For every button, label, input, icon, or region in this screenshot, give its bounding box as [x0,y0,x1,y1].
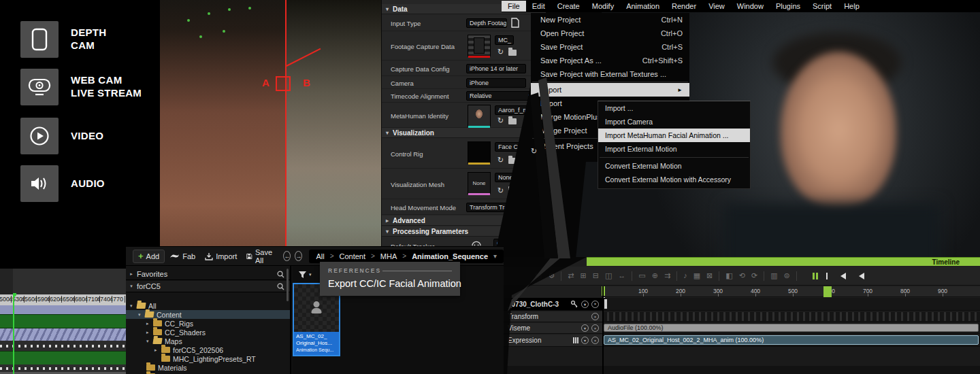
search-icon[interactable] [277,271,284,278]
menubar-render[interactable]: Render [666,1,702,12]
menubar-file[interactable]: File [502,1,526,12]
expression-clip[interactable]: AS_MC_02_Original_Host_002_2_MHA_anim (1… [604,335,979,345]
add-button[interactable]: + Add [133,250,165,263]
favorites-header[interactable]: ▸ Favorites [126,269,290,280]
filter-control[interactable]: ▾ [298,271,312,279]
speed-icon[interactable]: ⟳ [751,272,757,279]
control-rig-thumbnail[interactable] [468,141,491,163]
menubar-plugins[interactable]: Plugins [770,1,806,12]
menu-item-open-project[interactable]: Open Project Ctrl+O [531,27,689,40]
timeline-tab[interactable]: Timeline [932,258,960,266]
fab-button[interactable]: Fab [165,250,200,263]
add-key-icon[interactable]: ⊕ [652,272,658,279]
collection-header[interactable]: ▾ forCC5 [126,281,290,292]
menu-item-new-project[interactable]: New Project Ctrl+N [531,13,689,27]
back-button[interactable]: ← [283,251,291,261]
reset-icon[interactable]: ↻ [497,156,504,164]
save-all-button[interactable]: Save All [242,250,279,263]
breadcrumb[interactable]: All > Content > MHA > Animation_Sequence… [309,250,504,263]
circle-close-icon[interactable]: × [591,324,599,332]
camera-value[interactable]: iPhone [466,78,526,88]
section-visualization[interactable]: ▾ Visualization [382,128,553,138]
control-rig-select[interactable]: Face Con ▾ [495,142,533,152]
footage-thumbnail[interactable] [468,35,491,56]
remove-clip-icon[interactable]: ⊟ [593,272,599,279]
mesh-value[interactable]: None [495,173,533,182]
track-lane-cloth[interactable] [603,298,980,311]
playhead-marker[interactable] [823,286,832,297]
menubar-animation[interactable]: Animation [620,1,666,12]
menu-item-save-project[interactable]: Save Project Ctrl+S [531,40,689,54]
head-movement-select[interactable]: Transform Track ▾ [466,203,538,212]
reset-icon[interactable]: ↻ [497,48,504,56]
timeline-ruler[interactable]: 100 200 300 400 500 600 700 800 900 [603,286,980,297]
audio-track-icon[interactable]: ♪ [683,272,687,279]
menubar-script[interactable]: Script [806,1,838,12]
clip-sliver[interactable] [604,299,607,309]
expander-icon[interactable]: ▸ [146,330,153,335]
section-advanced[interactable]: ▸ Advanced [382,216,553,226]
clip-range-icon[interactable]: ▭ [638,272,645,279]
capture-config-value[interactable]: iPhone 14 or later [466,64,526,73]
sample-icon[interactable]: ▦ [693,272,700,279]
menubar-edit[interactable]: Edit [526,1,551,12]
export-range-icon[interactable]: ⊜ [784,272,790,279]
menubar-create[interactable]: Create [551,1,586,12]
split-clip-icon[interactable]: ◫ [605,272,612,279]
skip-start-icon[interactable] [840,273,846,279]
tree-item-content[interactable]: ▾ Content [126,310,291,319]
reset-icon[interactable]: ↻ [497,117,504,124]
circle-close-icon[interactable]: × [591,337,599,344]
browse-folder-icon[interactable] [508,50,517,56]
track-lane-viseme[interactable]: AudioFile (100.00%) [603,323,980,334]
transition-icon[interactable]: ⇉ [664,272,670,279]
track-header-cloth[interactable]: _0730_ClothC-3 ▾ × [504,298,603,311]
identity-thumbnail[interactable] [468,105,491,126]
mirror-icon[interactable]: ◧ [725,272,732,279]
browse-folder-icon[interactable] [508,118,517,124]
section-processing-parameters[interactable]: ▾ Processing Parameters [382,226,553,237]
search-icon[interactable] [277,283,284,290]
tree-scrollbar[interactable] [287,269,289,301]
menu-item-save-with-external-textures[interactable]: Save Project with External Textures ... [531,67,689,81]
submenu-item-convert-external-motion-with-accessory[interactable]: Convert External Motion with Accessory [598,173,750,186]
zoom-fit-icon[interactable]: ▥ [770,272,777,279]
sidebar-item-depth-cam[interactable]: DEPTHCAM [20,20,157,58]
menubar-modify[interactable]: Modify [586,1,620,12]
playhead-line[interactable] [13,293,14,374]
menubar-help[interactable]: Help [838,1,866,12]
chevron-down-icon[interactable]: ▾ [493,252,497,260]
track-header-expression[interactable]: Expression ▾ × [504,335,603,347]
submenu-item-import[interactable]: Import ... [598,101,750,115]
submenu-item-convert-external-motion[interactable]: Convert External Motion [598,159,750,173]
expander-icon[interactable]: ▸ [146,321,153,326]
track-settings-icon[interactable]: ⚙ [548,272,555,279]
timecode-alignment-select[interactable]: Relative ▾ [466,91,534,101]
skip-start-icon[interactable] [826,273,828,279]
circle-close-icon[interactable]: × [591,301,599,308]
menubar-view[interactable]: View [702,1,731,12]
add-clip-icon[interactable]: ⊞ [581,272,587,279]
menu-item-save-project-as[interactable]: Save Project As ... Ctrl+Shift+S [531,54,689,67]
import-button[interactable]: Import [200,250,242,263]
track-lane-transform[interactable] [603,311,980,322]
circle-close-icon[interactable]: × [591,313,599,320]
menu-item-import[interactable]: Import ► [531,83,689,97]
track-list-icon[interactable]: ▤ [535,272,542,279]
tree-item-all[interactable]: ▾ All [130,301,157,310]
circle-chevron-icon[interactable]: ▾ [581,337,589,344]
track-header-transform[interactable]: Transform × [504,311,603,322]
pause-button[interactable] [813,273,818,279]
footage-name-value[interactable]: MC_ [495,35,514,45]
breadcrumb-animation-sequence[interactable]: Animation_Sequence [412,252,488,260]
sidebar-item-audio[interactable]: AUDIO [20,165,157,203]
circle-chevron-icon[interactable]: ▾ [581,324,589,332]
step-back-icon[interactable] [859,273,864,279]
breadcrumb-all[interactable]: All [316,252,324,260]
mesh-thumbnail[interactable]: None [468,172,491,194]
forward-button[interactable]: → [295,251,302,261]
tree-item-mhc-lightingpresets-rt[interactable]: MHC_LightingPresets_RT [161,354,256,363]
menubar-window[interactable]: Window [731,1,770,12]
submenu-item-import-camera[interactable]: Import Camera [598,115,750,129]
audio-clip[interactable]: AudioFile (100.00%) [604,324,979,332]
